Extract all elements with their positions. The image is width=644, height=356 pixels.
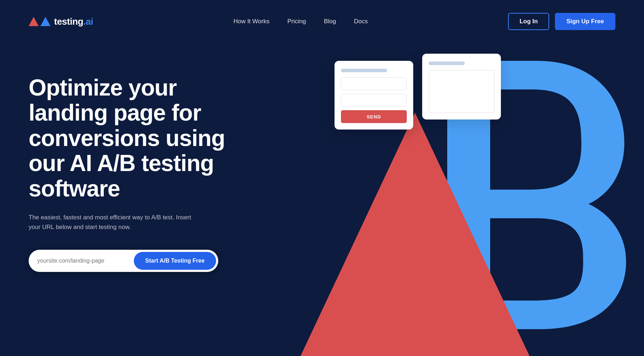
login-button[interactable]: Log In bbox=[508, 13, 549, 30]
hero-section: Optimize your landing page for conversio… bbox=[0, 43, 644, 356]
nav-how-it-works[interactable]: How It Works bbox=[233, 18, 269, 25]
nav-docs[interactable]: Docs bbox=[354, 18, 368, 25]
hero-visual: SEND bbox=[268, 43, 644, 356]
red-triangle-shape bbox=[301, 113, 530, 356]
hero-subtitle: The easiest, fastest and most efficient … bbox=[29, 213, 200, 232]
card-a-input-2 bbox=[341, 94, 407, 107]
card-a-input-1 bbox=[341, 77, 407, 90]
card-b bbox=[422, 54, 501, 120]
signup-button[interactable]: Sign Up Free bbox=[555, 13, 615, 30]
nav-links: How It Works Pricing Blog Docs bbox=[233, 18, 368, 25]
hero-title: Optimize your landing page for conversio… bbox=[29, 75, 236, 201]
hero-input-group: Start A/B Testing Free bbox=[29, 250, 218, 272]
nav-blog[interactable]: Blog bbox=[324, 18, 336, 25]
logo-triangle-a-icon bbox=[29, 17, 39, 26]
cta-button[interactable]: Start A/B Testing Free bbox=[134, 252, 216, 270]
card-b-content-area bbox=[429, 70, 494, 113]
logo-triangle-b-icon bbox=[40, 17, 50, 26]
card-b-bar bbox=[429, 62, 465, 65]
hero-content: Optimize your landing page for conversio… bbox=[29, 64, 236, 272]
card-a: SEND bbox=[335, 61, 413, 130]
logo[interactable]: testing.ai bbox=[29, 16, 93, 27]
nav-pricing[interactable]: Pricing bbox=[287, 18, 306, 25]
url-input[interactable] bbox=[37, 258, 134, 264]
navbar: testing.ai How It Works Pricing Blog Doc… bbox=[0, 0, 644, 43]
nav-actions: Log In Sign Up Free bbox=[508, 13, 615, 30]
card-a-send-btn: SEND bbox=[341, 110, 407, 123]
card-a-bar bbox=[341, 69, 387, 72]
logo-text: testing.ai bbox=[54, 16, 93, 27]
logo-icon bbox=[29, 17, 50, 26]
